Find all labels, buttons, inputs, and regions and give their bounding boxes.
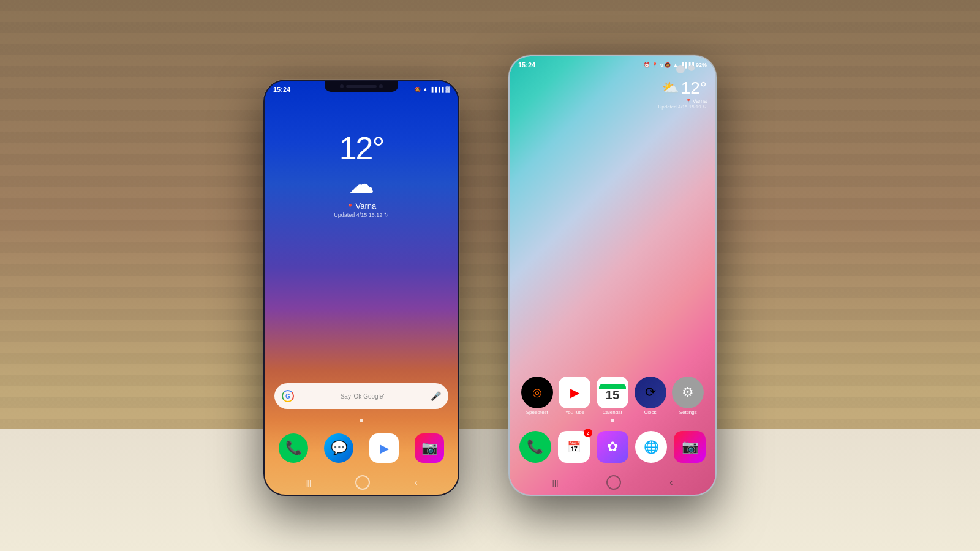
note9-screen: 15:24 🔕 ▲ ▐▐▐▐ ▓ 12° ☁ 📍 Varna xyxy=(265,81,458,495)
front-camera xyxy=(340,84,344,88)
s10-screen: 15:24 ⏰ 📍 N 🔕 ▲ ▐▐▐▐ 92% ⛅ 12 xyxy=(510,56,715,495)
youtube-label: YouTube xyxy=(565,410,584,415)
speedtest-label: Speedtest xyxy=(526,410,548,415)
contacts-icon: 📅 xyxy=(567,440,581,454)
s10-phone-icon: 📞 xyxy=(527,439,543,455)
nfc-icon: N xyxy=(660,62,663,68)
s10-page-indicator xyxy=(611,419,614,422)
wifi-icon: ▲ xyxy=(423,86,428,92)
earpiece xyxy=(346,85,377,88)
clock-app[interactable]: ⟳ Clock xyxy=(635,377,666,415)
s10-dock-contacts[interactable]: 📅 2 xyxy=(558,431,590,463)
s10-updated: Updated 4/15 15:19 ↻ xyxy=(658,104,707,110)
note9-weather-widget: 12° ☁ 📍 Varna Updated 4/15 15:12 ↻ xyxy=(334,130,389,218)
clock-label: Clock xyxy=(644,410,657,415)
note9-page-indicator xyxy=(360,419,363,422)
bixby-button[interactable] xyxy=(459,203,459,228)
settings-app[interactable]: ⚙ Settings xyxy=(672,377,704,415)
s10-weather-icon: ⛅ xyxy=(662,80,679,96)
home-button[interactable] xyxy=(355,475,370,490)
youtube-app[interactable]: ▶ YouTube xyxy=(559,377,590,415)
s10-app-grid: ◎ Speedtest ▶ YouTube xyxy=(518,377,707,415)
s10-battery-text: 92% xyxy=(696,62,707,68)
s10-back-button[interactable]: ‹ xyxy=(669,477,673,488)
s10-dock-bixby[interactable]: ✿ xyxy=(597,431,628,463)
recents-button[interactable]: ||| xyxy=(305,478,311,487)
chrome-icon: 🌐 xyxy=(644,440,659,454)
s10-punch-hole-main xyxy=(676,65,685,73)
s10-recents-button[interactable]: ||| xyxy=(552,478,558,487)
s10-status-bar: 15:24 ⏰ 📍 N 🔕 ▲ ▐▐▐▐ 92% xyxy=(510,56,715,73)
s10-location: 📍 Varna xyxy=(658,98,707,104)
camera-icon: 📷 xyxy=(421,440,438,456)
dock-messages-app[interactable]: 💬 xyxy=(324,433,353,463)
clock-icon: ⟳ xyxy=(645,384,656,400)
back-button[interactable]: ‹ xyxy=(415,477,418,488)
youtube-icon: ▶ xyxy=(570,385,579,400)
note9-nav-bar: ||| ‹ xyxy=(265,475,458,490)
s10-weather-row: ⛅ 12° xyxy=(658,78,707,98)
mute-icon: 🔕 xyxy=(415,87,421,92)
location-icon: 📍 xyxy=(652,62,658,68)
note9-camera-bar xyxy=(325,81,398,92)
s10-nav-bar: ||| ‹ xyxy=(510,475,715,490)
note9-updated: Updated 4/15 15:12 ↻ xyxy=(334,212,389,218)
dock-camera-app[interactable]: 📷 xyxy=(415,433,444,463)
s10-weather-widget: ⛅ 12° 📍 Varna Updated 4/15 15:19 ↻ xyxy=(658,78,707,110)
s10-punch-hole-secondary xyxy=(688,65,695,71)
sensor xyxy=(379,84,383,88)
s10-dock-chrome[interactable]: 🌐 xyxy=(635,431,667,463)
s10-mute-icon: 🔕 xyxy=(665,62,671,68)
calendar-date: 15 xyxy=(606,389,619,401)
note9-time: 15:24 xyxy=(273,86,290,93)
calendar-label: Calendar xyxy=(603,410,622,415)
s10-dock-phone[interactable]: 📞 xyxy=(519,431,551,463)
bixby-icon: ✿ xyxy=(607,439,618,455)
phones-container: 15:24 🔕 ▲ ▐▐▐▐ ▓ 12° ☁ 📍 Varna xyxy=(263,55,717,496)
phone-s10plus: 15:24 ⏰ 📍 N 🔕 ▲ ▐▐▐▐ 92% ⛅ 12 xyxy=(508,55,717,496)
signal-icon: ▐▐▐▐ xyxy=(430,87,444,92)
clock-status-icon: ⏰ xyxy=(644,62,650,68)
settings-icon: ⚙ xyxy=(682,384,694,400)
s10-home-button[interactable] xyxy=(606,475,621,490)
s10-dock: 📞 📅 2 xyxy=(516,431,709,463)
dock-play-app[interactable]: ▶ xyxy=(369,433,399,463)
dock-phone-app[interactable]: 📞 xyxy=(279,433,308,463)
s10-status-icons: ⏰ 📍 N 🔕 ▲ ▐▐▐▐ 92% xyxy=(644,62,707,68)
s10-temperature: 12° xyxy=(681,78,707,98)
google-logo: G xyxy=(282,390,294,402)
note9-dock: 📞 💬 ▶ 📷 xyxy=(271,433,452,463)
note9-location: 📍 Varna xyxy=(334,201,389,211)
scene: 15:24 🔕 ▲ ▐▐▐▐ ▓ 12° ☁ 📍 Varna xyxy=(0,0,980,551)
note9-weather-icon: ☁ xyxy=(334,169,389,199)
search-placeholder: Say 'Ok Google' xyxy=(299,393,426,400)
phone-note9: 15:24 🔕 ▲ ▐▐▐▐ ▓ 12° ☁ 📍 Varna xyxy=(263,80,459,496)
messages-icon: 💬 xyxy=(331,440,347,456)
note9-status-icons: 🔕 ▲ ▐▐▐▐ ▓ xyxy=(415,86,450,92)
settings-label: Settings xyxy=(679,410,697,415)
speedtest-icon: ◎ xyxy=(532,386,542,399)
s10-camera-icon: 📷 xyxy=(682,439,698,455)
speedtest-app[interactable]: ◎ Speedtest xyxy=(521,377,553,415)
play-icon: ▶ xyxy=(380,441,389,455)
phone-icon: 📞 xyxy=(285,440,302,456)
s10-time: 15:24 xyxy=(518,61,535,69)
contacts-badge: 2 xyxy=(584,429,592,437)
battery-icon: ▓ xyxy=(445,86,450,92)
note9-temperature: 12° xyxy=(334,130,389,167)
mic-icon[interactable]: 🎤 xyxy=(431,391,441,401)
note9-search-bar[interactable]: G Say 'Ok Google' 🎤 xyxy=(274,383,448,409)
s10-dock-camera[interactable]: 📷 xyxy=(674,431,706,463)
calendar-app[interactable]: 15 Calendar xyxy=(597,377,628,415)
